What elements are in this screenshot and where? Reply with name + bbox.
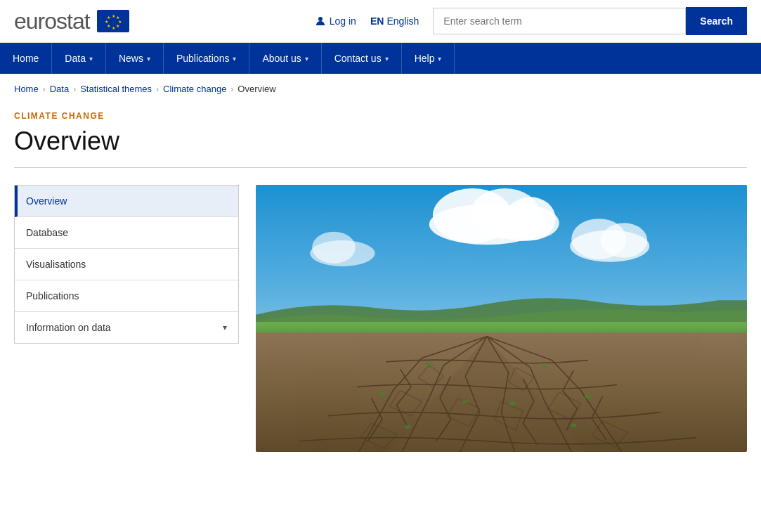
svg-point-14 bbox=[487, 205, 559, 241]
hero-image bbox=[256, 185, 747, 452]
cracked-earth-image bbox=[256, 185, 747, 452]
breadcrumb-sep: › bbox=[73, 84, 76, 94]
logo-area: eurostat ★ ★ ★ ★ ★ ★ ★ ★ bbox=[14, 8, 129, 34]
chevron-down-icon: ▾ bbox=[438, 55, 441, 63]
svg-rect-10 bbox=[256, 185, 747, 452]
nav-item-home[interactable]: Home bbox=[0, 43, 52, 74]
breadcrumb-sep: › bbox=[43, 84, 46, 94]
language-name: English bbox=[386, 15, 419, 27]
chevron-down-icon: ▾ bbox=[147, 55, 150, 63]
login-label: Log in bbox=[330, 15, 356, 27]
nav-item-about[interactable]: About us ▾ bbox=[249, 43, 321, 74]
svg-text:★: ★ bbox=[107, 23, 110, 28]
search-form: Search bbox=[433, 7, 747, 35]
breadcrumb-home[interactable]: Home bbox=[14, 84, 39, 94]
svg-text:★: ★ bbox=[107, 15, 110, 20]
sidebar-item-overview[interactable]: Overview bbox=[15, 186, 238, 217]
site-header: eurostat ★ ★ ★ ★ ★ ★ ★ ★ bbox=[0, 0, 761, 43]
chevron-down-icon: ▾ bbox=[223, 323, 227, 332]
header-right: Log in EN English Search bbox=[315, 7, 747, 35]
search-button[interactable]: Search bbox=[686, 7, 747, 35]
svg-point-25 bbox=[379, 392, 385, 396]
chevron-down-icon: ▾ bbox=[305, 55, 308, 63]
svg-point-24 bbox=[542, 365, 547, 368]
page-title: Overview bbox=[14, 126, 747, 156]
nav-item-publications[interactable]: Publications ▾ bbox=[164, 43, 250, 74]
search-input[interactable] bbox=[433, 8, 686, 34]
cloud-decoration bbox=[396, 206, 481, 241]
language-selector[interactable]: EN English bbox=[370, 15, 419, 27]
breadcrumb-climate-change[interactable]: Climate change bbox=[163, 84, 226, 94]
svg-point-13 bbox=[470, 188, 540, 239]
sidebar-item-database[interactable]: Database bbox=[15, 217, 238, 249]
login-link[interactable]: Log in bbox=[315, 15, 356, 27]
breadcrumb-data[interactable]: Data bbox=[50, 84, 69, 94]
nav-item-contact[interactable]: Contact us ▾ bbox=[322, 43, 402, 74]
language-code: EN bbox=[370, 15, 384, 27]
main-content: CLIMATE CHANGE Overview Overview Databas… bbox=[0, 104, 761, 473]
svg-point-23 bbox=[426, 362, 433, 366]
nav-item-help[interactable]: Help ▾ bbox=[402, 43, 455, 74]
svg-text:★: ★ bbox=[115, 23, 119, 28]
sidebar-item-publications[interactable]: Publications bbox=[15, 280, 238, 312]
section-label: CLIMATE CHANGE bbox=[14, 111, 747, 121]
cloud-decoration bbox=[578, 227, 642, 252]
svg-text:★: ★ bbox=[111, 13, 115, 18]
svg-text:★: ★ bbox=[105, 19, 108, 24]
breadcrumb-sep: › bbox=[156, 84, 159, 94]
svg-point-30 bbox=[571, 424, 576, 427]
svg-point-9 bbox=[318, 17, 323, 21]
sidebar-item-visualisations[interactable]: Visualisations bbox=[15, 249, 238, 280]
nav-item-news[interactable]: News ▾ bbox=[106, 43, 164, 74]
svg-point-19 bbox=[310, 240, 375, 266]
svg-text:★: ★ bbox=[111, 25, 115, 30]
breadcrumb: Home › Data › Statistical themes › Clima… bbox=[0, 74, 761, 104]
eu-flag: ★ ★ ★ ★ ★ ★ ★ ★ bbox=[97, 10, 129, 32]
svg-rect-21 bbox=[256, 322, 747, 338]
logo-text: eurostat bbox=[14, 8, 90, 34]
chevron-down-icon: ▾ bbox=[233, 55, 236, 63]
svg-point-15 bbox=[505, 197, 556, 240]
sidebar-item-information[interactable]: Information on data ▾ bbox=[15, 312, 238, 343]
svg-point-29 bbox=[405, 425, 410, 429]
svg-point-27 bbox=[462, 400, 468, 403]
content-area: Overview Database Visualisations Publica… bbox=[14, 185, 747, 452]
svg-point-28 bbox=[509, 401, 516, 406]
breadcrumb-statistical-themes[interactable]: Statistical themes bbox=[80, 84, 152, 94]
chevron-down-icon: ▾ bbox=[385, 55, 389, 63]
breadcrumb-sep: › bbox=[230, 84, 233, 94]
svg-rect-22 bbox=[256, 333, 747, 452]
svg-point-26 bbox=[585, 394, 592, 398]
sidebar-menu: Overview Database Visualisations Publica… bbox=[14, 185, 239, 344]
svg-point-20 bbox=[312, 232, 356, 264]
main-nav: Home Data ▾ News ▾ Publications ▾ About … bbox=[0, 43, 761, 74]
breadcrumb-current: Overview bbox=[238, 84, 275, 94]
chevron-down-icon: ▾ bbox=[89, 55, 93, 63]
nav-item-data[interactable]: Data ▾ bbox=[52, 43, 106, 74]
divider bbox=[14, 167, 747, 168]
